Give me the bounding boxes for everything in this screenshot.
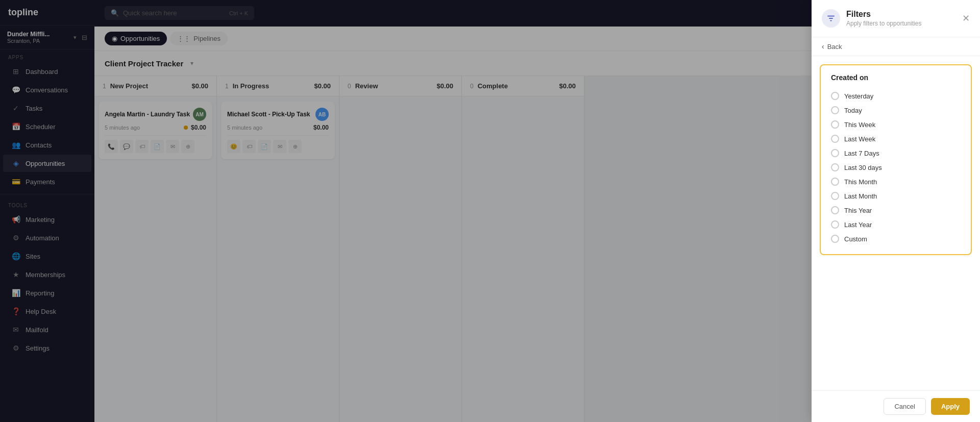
option-label-custom: Custom (844, 235, 867, 243)
radio-last-week[interactable] (831, 135, 839, 143)
option-label-last-month: Last Month (844, 192, 877, 200)
option-label-last-30-days: Last 30 days (844, 164, 882, 171)
radio-this-month[interactable] (831, 178, 839, 186)
back-arrow-icon: ‹ (822, 42, 824, 51)
option-label-this-week: This Week (844, 121, 875, 129)
created-on-section: Created on Yesterday Today This Week Las… (820, 64, 972, 255)
option-label-last-year: Last Year (844, 221, 872, 229)
option-label-today: Today (844, 107, 862, 114)
radio-custom[interactable] (831, 235, 839, 243)
back-button[interactable]: ‹ Back (812, 37, 980, 56)
radio-today[interactable] (831, 106, 839, 114)
radio-last-7-days[interactable] (831, 149, 839, 157)
filter-title: Filters (846, 10, 956, 19)
option-label-last-week: Last Week (844, 135, 875, 143)
option-label-last-7-days: Last 7 Days (844, 150, 879, 157)
option-this-week[interactable]: This Week (831, 117, 961, 132)
filter-title-block: Filters Apply filters to opportunities (846, 10, 956, 27)
back-label: Back (827, 43, 842, 51)
option-last-30-days[interactable]: Last 30 days (831, 160, 961, 175)
radio-last-month[interactable] (831, 192, 839, 200)
option-last-month[interactable]: Last Month (831, 189, 961, 203)
filter-panel: Filters Apply filters to opportunities ✕… (812, 0, 980, 422)
section-title: Created on (831, 73, 961, 82)
option-this-month[interactable]: This Month (831, 175, 961, 189)
filter-subtitle: Apply filters to opportunities (846, 20, 956, 27)
apply-button[interactable]: Apply (931, 398, 970, 415)
option-today[interactable]: Today (831, 103, 961, 117)
option-last-7-days[interactable]: Last 7 Days (831, 146, 961, 160)
option-this-year[interactable]: This Year (831, 203, 961, 217)
option-yesterday[interactable]: Yesterday (831, 89, 961, 103)
option-label-this-year: This Year (844, 207, 872, 214)
option-last-year[interactable]: Last Year (831, 217, 961, 232)
filter-header: Filters Apply filters to opportunities ✕ (812, 0, 980, 37)
option-custom[interactable]: Custom (831, 232, 961, 246)
radio-last-30-days[interactable] (831, 163, 839, 171)
radio-last-year[interactable] (831, 220, 839, 229)
filter-icon (822, 9, 840, 28)
close-button[interactable]: ✕ (962, 13, 970, 24)
radio-this-year[interactable] (831, 206, 839, 214)
radio-yesterday[interactable] (831, 92, 839, 100)
option-last-week[interactable]: Last Week (831, 132, 961, 146)
cancel-button[interactable]: Cancel (884, 398, 925, 415)
option-label-this-month: This Month (844, 178, 877, 186)
filter-footer: Cancel Apply (812, 390, 980, 422)
option-label-yesterday: Yesterday (844, 92, 873, 100)
radio-this-week[interactable] (831, 120, 839, 129)
